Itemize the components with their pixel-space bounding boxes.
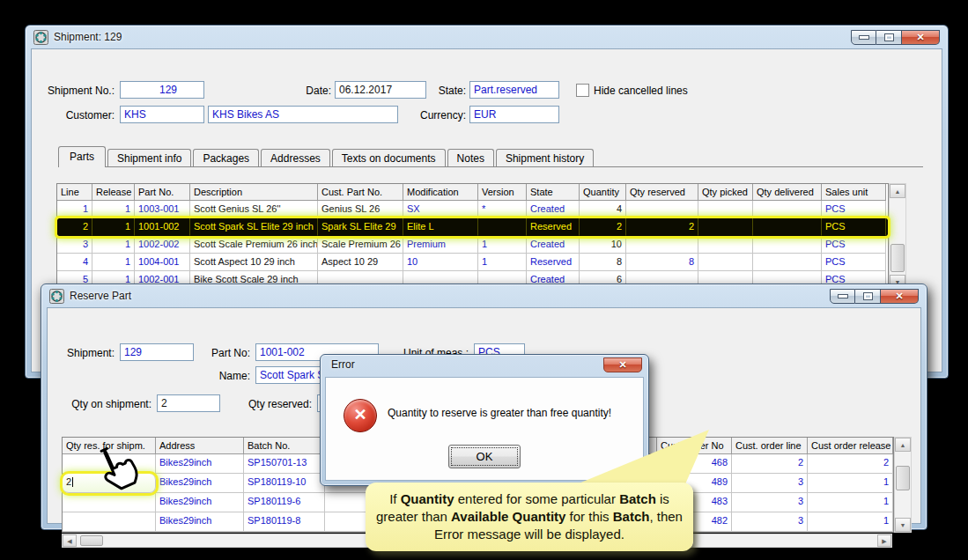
table-row[interactable]: 311002-002Scott Scale Premium 26 inchSca… [57, 236, 888, 254]
table-cell [63, 512, 156, 532]
column-header[interactable]: Qty delivered [753, 184, 822, 201]
column-header[interactable]: Version [478, 184, 527, 201]
table-cell: 4 [580, 201, 626, 218]
close-button[interactable]: ✕ [603, 357, 642, 372]
scroll-left-icon[interactable]: ◀ [63, 534, 77, 547]
scrollbar-thumb[interactable] [896, 466, 910, 490]
maximize-button[interactable] [855, 289, 881, 304]
currency-field[interactable]: EUR [469, 106, 559, 123]
qty-on-shipment-field[interactable]: 2 [157, 394, 220, 412]
tab-texts-on-documents[interactable]: Texts on documents [332, 149, 446, 166]
column-header[interactable]: Part No. [135, 184, 190, 201]
table-cell [753, 254, 822, 271]
close-button[interactable]: ✕ [902, 30, 940, 45]
column-header[interactable]: Cust. order line [732, 438, 808, 454]
parts-table: LineReleasePart No.DescriptionCust. Part… [56, 183, 889, 290]
column-header[interactable]: Qty picked [698, 184, 753, 201]
tab-packages[interactable]: Packages [193, 149, 259, 166]
tab-parts[interactable]: Parts [58, 146, 106, 167]
shipment-titlebar[interactable]: Shipment: 129 ✕ [26, 26, 948, 48]
table-cell: 1 [478, 236, 527, 254]
table-cell: 1 [57, 201, 92, 218]
shipment-label: Shipment: [51, 347, 115, 359]
scroll-down-icon[interactable]: ▼ [895, 518, 911, 532]
reserve-titlebar[interactable]: Reserve Part ✕ [41, 284, 927, 307]
hide-cancelled-checkbox[interactable] [576, 84, 589, 97]
table-cell: 2 [732, 454, 808, 474]
scroll-right-icon[interactable]: ▶ [877, 534, 891, 547]
table-cell: 1003-001 [135, 201, 190, 218]
column-header[interactable]: Release [92, 184, 135, 201]
table-cell: 10 [403, 254, 478, 271]
table-cell: PCS [822, 201, 886, 218]
scrollbar-thumb[interactable] [80, 535, 103, 546]
parts-table-scrollbar[interactable]: ▲ ▼ [889, 183, 906, 290]
shipment-no-field[interactable]: 129 [120, 81, 204, 99]
scroll-up-icon[interactable]: ▲ [895, 438, 911, 452]
table-cell: Created [527, 201, 580, 218]
column-header[interactable]: Modification [403, 184, 478, 201]
minimize-button[interactable] [851, 30, 876, 45]
tab-shipment-history[interactable]: Shipment history [496, 149, 594, 166]
minimize-icon [859, 35, 869, 40]
column-header[interactable]: State [527, 184, 580, 201]
table-cell: 2 [57, 218, 92, 236]
table-cell: 1 [808, 512, 893, 532]
table-cell: 3 [732, 474, 808, 493]
table-row[interactable]: 411004-001Scott Aspect 10 29 inchAspect … [57, 254, 888, 271]
date-field[interactable]: 06.12.2017 [335, 81, 426, 99]
part-no-label: Part No: [197, 347, 250, 359]
table-cell: Scott Scale Premium 26 inch [190, 236, 318, 254]
table-cell [753, 201, 822, 218]
minimize-button[interactable] [830, 289, 855, 304]
table-cell [698, 236, 753, 254]
batch-table-vscrollbar[interactable]: ▲ ▼ [894, 437, 912, 533]
currency-label: Currency: [417, 109, 466, 122]
table-cell: 1001-002 [135, 218, 190, 236]
table-cell: Genius SL 26 [318, 201, 403, 218]
column-header[interactable]: Line [57, 184, 92, 201]
customer-code-field[interactable]: KHS [120, 106, 204, 123]
column-header[interactable]: Batch No. [244, 438, 325, 454]
close-icon: ✕ [916, 32, 924, 43]
table-cell: Scott Genius SL 26'' [190, 201, 318, 218]
table-cell: Elite L [403, 218, 478, 236]
tab-notes[interactable]: Notes [447, 149, 494, 166]
table-row[interactable]: 211001-002Scott Spark SL Elite 29 inchSp… [57, 218, 888, 236]
column-header[interactable]: Qty reserved [626, 184, 698, 201]
table-cell [698, 201, 753, 218]
ok-button[interactable]: OK [448, 445, 521, 468]
table-cell: Spark SL Elite 29 [318, 218, 403, 236]
state-field[interactable]: Part.reserved [469, 81, 559, 99]
column-header[interactable]: Quantity [580, 184, 626, 201]
table-row[interactable]: 111003-001Scott Genius SL 26''Genius SL … [57, 201, 888, 218]
shipment-field[interactable]: 129 [120, 343, 194, 361]
column-header[interactable]: Address [156, 438, 244, 454]
table-cell: 1002-002 [135, 236, 190, 254]
table-cell [698, 218, 753, 236]
app-icon [33, 30, 48, 45]
tab-addresses[interactable]: Addresses [261, 149, 330, 166]
column-header[interactable]: Cust order release [808, 438, 893, 454]
customer-name-field[interactable]: KHS Bikes AS [208, 106, 398, 123]
column-header[interactable]: Sales unit [822, 184, 886, 201]
callout-note: If Quantity entered for some particular … [366, 483, 693, 551]
table-cell: Premium [403, 236, 478, 254]
close-button[interactable]: ✕ [881, 289, 919, 304]
column-header[interactable]: Description [190, 184, 318, 201]
maximize-button[interactable] [876, 30, 902, 45]
scrollbar-thumb[interactable] [890, 244, 905, 272]
table-cell [753, 236, 822, 254]
error-dialog: Error ✕ ✕ Quantity to reserve is greater… [320, 354, 649, 486]
tab-shipment-info[interactable]: Shipment info [107, 149, 191, 166]
table-cell: 1 [92, 236, 135, 254]
error-message: Quantity to reserve is greater than free… [388, 407, 636, 419]
table-cell: SP180119-6 [244, 493, 325, 512]
minimize-icon [838, 294, 848, 298]
scroll-up-icon[interactable]: ▲ [890, 184, 905, 198]
qty-on-shipment-label: Qty on shipment: [60, 398, 151, 410]
callout-text: for this [565, 509, 612, 524]
customer-label: Customer: [37, 109, 115, 122]
column-header[interactable]: Cust. Part No. [318, 184, 403, 201]
hide-cancelled-label: Hide cancelled lines [594, 85, 688, 97]
